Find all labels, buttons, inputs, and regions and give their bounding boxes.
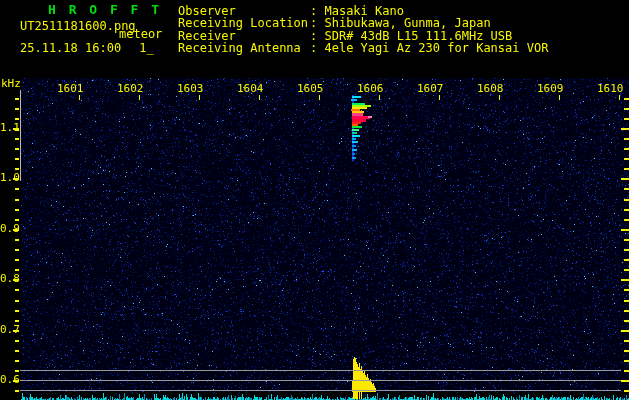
freq-tick-right [621, 128, 629, 130]
freq-tick-right [621, 279, 629, 281]
freq-label: 0.9 [0, 223, 18, 235]
time-tick [319, 95, 320, 100]
freq-label: 0.6 [0, 374, 18, 386]
freq-axis-line [20, 90, 21, 181]
freq-label: 0.8 [0, 273, 18, 285]
freq-tick-left [15, 118, 19, 120]
time-label: 1608 [477, 83, 504, 95]
freq-tick-left [15, 168, 19, 170]
freq-tick-left [15, 98, 19, 100]
freq-tick-left [15, 108, 19, 110]
time-label: 1601 [57, 83, 84, 95]
time-label: 1603 [177, 83, 204, 95]
level-ref-line-upper [20, 370, 621, 371]
freq-tick-left [15, 350, 19, 352]
station-label: Receiving Antenna [178, 42, 310, 54]
freq-tick-right [624, 239, 629, 241]
level-ref-line-middle [20, 380, 621, 381]
app-title: H R O F F T [48, 2, 162, 17]
freq-tick-right [624, 249, 629, 251]
datetime-row: 25.11.18 16:00 1_ [20, 41, 154, 55]
freq-tick-right [624, 158, 629, 160]
freq-tick-left [15, 340, 19, 342]
freq-tick-right [624, 98, 629, 100]
time-label: 1606 [357, 83, 384, 95]
freq-tick-right [624, 199, 629, 201]
freq-tick-right [624, 138, 629, 140]
hrofft-screen: H R O F F T UT2511181600.png meteor 25.1… [0, 0, 629, 400]
station-info: ObserverMasaki KanoReceiving LocationShi… [178, 5, 548, 55]
meteor-count: 1_ [139, 41, 153, 55]
freq-tick-right [624, 118, 629, 120]
freq-tick-left [15, 259, 19, 261]
freq-label: 1.1 [0, 122, 18, 134]
time-tick [139, 95, 140, 100]
time-tick [379, 95, 380, 100]
time-tick [439, 95, 440, 100]
freq-tick-right [624, 350, 629, 352]
freq-tick-left [15, 390, 19, 392]
freq-tick-right [624, 289, 629, 291]
time-tick [499, 95, 500, 100]
freq-tick-left [15, 239, 19, 241]
freq-tick-left [15, 209, 19, 211]
freq-tick-right [624, 209, 629, 211]
station-value: Shibukawa, Gunma, Japan [310, 17, 491, 29]
spectrogram-canvas [0, 0, 629, 400]
freq-label: 0.7 [0, 324, 18, 336]
freq-tick-right [624, 188, 629, 190]
freq-tick-right [624, 300, 629, 302]
freq-tick-left [15, 199, 19, 201]
freq-tick-right [624, 219, 629, 221]
time-label: 1609 [537, 83, 564, 95]
freq-tick-left [15, 310, 19, 312]
freq-tick-right [624, 340, 629, 342]
station-label: Receiving Location [178, 17, 310, 29]
freq-tick-right [624, 370, 629, 372]
freq-tick-left [15, 138, 19, 140]
freq-tick-right [624, 310, 629, 312]
freq-label: 1.0 [0, 172, 18, 184]
time-tick [199, 95, 200, 100]
time-label: 1605 [297, 83, 324, 95]
freq-tick-right [621, 178, 629, 180]
freq-tick-right [624, 108, 629, 110]
freq-tick-left [15, 188, 19, 190]
freq-tick-left [15, 158, 19, 160]
freq-tick-left [15, 219, 19, 221]
freq-tick-left [15, 320, 19, 322]
time-tick [79, 95, 80, 100]
freq-tick-left [15, 300, 19, 302]
freq-tick-right [624, 259, 629, 261]
time-label: 1604 [237, 83, 264, 95]
station-row: Receiving Antenna4ele Yagi Az 230 for Ka… [178, 42, 548, 54]
freq-tick-left [15, 289, 19, 291]
station-value: 4ele Yagi Az 230 for Kansai VOR [310, 42, 548, 54]
time-tick [619, 95, 620, 100]
freq-tick-left [15, 148, 19, 150]
freq-tick-right [621, 330, 629, 332]
freq-tick-left [15, 269, 19, 271]
freq-tick-left [15, 249, 19, 251]
freq-tick-right [624, 269, 629, 271]
capture-datetime: 25.11.18 16:00 [20, 41, 121, 55]
time-label: 1607 [417, 83, 444, 95]
freq-tick-right [624, 148, 629, 150]
freq-tick-right [621, 380, 629, 382]
freq-tick-left [15, 370, 19, 372]
freq-tick-right [624, 360, 629, 362]
meteor-mode-label: meteor [119, 27, 162, 41]
station-row: Receiving LocationShibukawa, Gunma, Japa… [178, 17, 548, 29]
time-label: 1610 [597, 83, 624, 95]
level-ref-line-lower [20, 390, 621, 391]
time-label: 1602 [117, 83, 144, 95]
freq-axis-unit: kHz [1, 77, 21, 90]
freq-tick-right [624, 168, 629, 170]
freq-tick-right [624, 320, 629, 322]
time-tick [559, 95, 560, 100]
freq-tick-left [15, 360, 19, 362]
freq-tick-right [624, 390, 629, 392]
freq-tick-right [621, 229, 629, 231]
time-tick [259, 95, 260, 100]
